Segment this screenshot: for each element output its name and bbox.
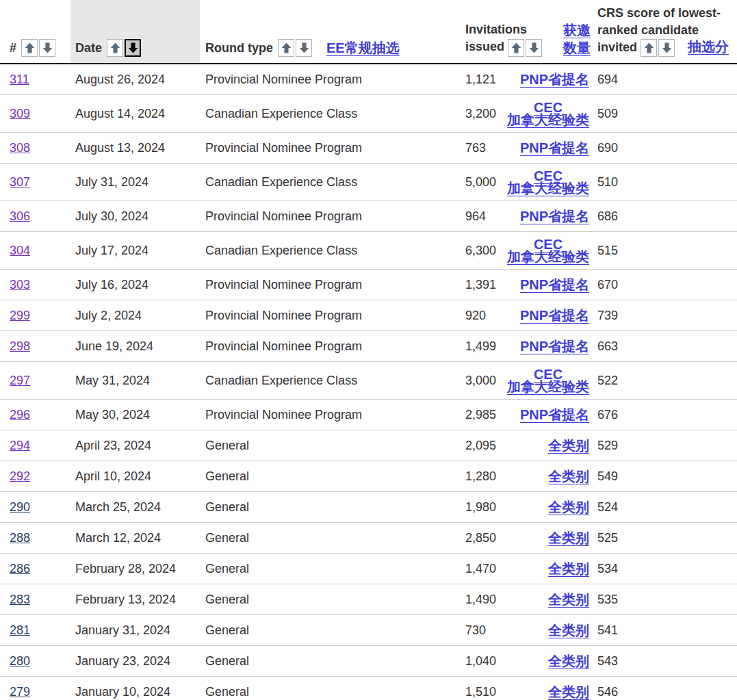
round-type-annotation-zh: PNP省提名 [520, 409, 589, 421]
round-number-link[interactable]: 286 [10, 562, 30, 575]
crs-score: 670 [593, 270, 737, 300]
sort-ascending-button[interactable] [21, 39, 38, 57]
round-number-link[interactable]: 306 [10, 209, 30, 223]
round-type-annotation-zh: 全类别 [548, 439, 589, 452]
invitations-cell: 3,000 CEC 加拿大经验类 [460, 362, 593, 400]
invitations-cell: 1,040 全类别 [460, 646, 593, 677]
invitations-value: 2,850 [465, 529, 496, 547]
invitations-cell: 964 PNP省提名 [460, 201, 593, 232]
invitations-cell: 2,850 全类别 [460, 523, 593, 554]
round-number-link[interactable]: 297 [10, 374, 30, 387]
crs-score: 686 [593, 201, 737, 232]
crs-score: 525 [593, 523, 737, 554]
round-number-link[interactable]: 311 [10, 73, 29, 86]
arrow-up-icon [511, 42, 521, 53]
round-number-link[interactable]: 309 [10, 107, 30, 120]
round-number-link[interactable]: 292 [10, 469, 30, 483]
invitations-header-annotation-zh: 获邀 数量 [563, 21, 591, 57]
round-date: July 16, 2024 [70, 270, 200, 300]
round-date: June 19, 2024 [70, 331, 200, 362]
round-number-link[interactable]: 296 [10, 408, 30, 422]
invitations-cell: 1,280 全类别 [460, 461, 593, 492]
round-date: January 10, 2024 [70, 677, 200, 700]
round-type: Canadian Experience Class [200, 95, 460, 133]
arrow-down-icon [529, 42, 539, 53]
round-number-link[interactable]: 298 [10, 339, 30, 353]
invitations-value: 2,095 [465, 437, 496, 454]
table-row: 308 August 13, 2024 Provincial Nominee P… [0, 133, 737, 164]
sort-ascending-button[interactable] [107, 39, 123, 57]
table-row: 296 May 30, 2024 Provincial Nominee Prog… [0, 400, 737, 430]
sort-descending-button[interactable] [39, 39, 55, 57]
round-number-link[interactable]: 307 [10, 175, 30, 189]
column-label-number: # [10, 40, 16, 57]
round-date: May 31, 2024 [70, 362, 200, 400]
table-row: 311 August 26, 2024 Provincial Nominee P… [0, 64, 737, 95]
round-type-annotation-zh: PNP省提名 [520, 340, 589, 352]
invitations-value: 5,000 [465, 173, 496, 191]
sort-descending-button[interactable] [526, 39, 542, 57]
sort-ascending-button[interactable] [508, 39, 524, 57]
round-number-link[interactable]: 281 [10, 623, 30, 637]
round-type: General [200, 615, 460, 646]
invitations-cell: 1,980 全类别 [460, 492, 593, 523]
round-number-link[interactable]: 304 [10, 244, 30, 257]
invitations-value: 763 [465, 139, 486, 157]
arrow-up-icon [110, 42, 120, 53]
round-type: General [200, 523, 460, 554]
table-row: 288 March 12, 2024 General 2,850 全类别 525 [0, 523, 737, 554]
round-date: April 23, 2024 [70, 430, 200, 461]
column-label-round-type: Round type [205, 40, 273, 57]
sort-descending-button[interactable] [296, 39, 312, 57]
round-number-link[interactable]: 308 [10, 141, 30, 155]
table-row: 303 July 16, 2024 Provincial Nominee Pro… [0, 270, 737, 300]
sort-descending-button-active[interactable] [125, 39, 141, 57]
invitations-cell: 2,985 PNP省提名 [460, 400, 593, 430]
round-date: August 26, 2024 [70, 64, 200, 95]
invitations-cell: 1,499 PNP省提名 [460, 331, 593, 362]
round-number-link[interactable]: 290 [10, 500, 30, 514]
table-row: 307 July 31, 2024 Canadian Experience Cl… [0, 164, 737, 201]
arrow-up-icon [281, 42, 292, 53]
table-row: 281 January 31, 2024 General 730 全类别 541 [0, 615, 737, 646]
round-type-annotation-zh: 全类别 [548, 593, 589, 606]
column-header-crs-score: CRS score of lowest-ranked candidate inv… [593, 0, 737, 64]
round-number-link[interactable]: 288 [10, 531, 30, 545]
round-type-annotation-zh: 全类别 [548, 470, 589, 482]
sort-ascending-button[interactable] [278, 39, 294, 57]
sort-ascending-button[interactable] [641, 39, 657, 57]
table-row: 283 February 13, 2024 General 1,490 全类别 … [0, 584, 737, 615]
invitations-cell: 5,000 CEC 加拿大经验类 [460, 164, 593, 201]
sort-descending-button[interactable] [658, 39, 675, 57]
arrow-down-icon [662, 42, 672, 53]
crs-score: 510 [593, 164, 737, 201]
round-type-annotation-zh: 全类别 [548, 686, 589, 698]
invitations-value: 964 [465, 207, 486, 225]
invitations-value: 3,000 [465, 372, 496, 389]
crs-score: 515 [593, 232, 737, 270]
round-number-link[interactable]: 299 [10, 309, 30, 322]
round-number-link[interactable]: 303 [10, 278, 30, 291]
round-type-annotation-zh: 全类别 [548, 624, 589, 636]
round-type-annotation-zh: PNP省提名 [520, 309, 589, 322]
round-type: Provincial Nominee Program [200, 400, 460, 430]
crs-score: 509 [593, 95, 737, 133]
crs-score: 546 [593, 677, 737, 700]
crs-score: 534 [593, 554, 737, 584]
invitations-cell: 730 全类别 [460, 615, 593, 646]
round-number-link[interactable]: 279 [10, 685, 30, 699]
round-date: July 2, 2024 [70, 300, 200, 331]
crs-score: 541 [593, 615, 737, 646]
round-type: General [200, 430, 460, 461]
round-date: July 31, 2024 [70, 164, 200, 201]
round-number-link[interactable]: 280 [10, 654, 30, 668]
round-number-link[interactable]: 294 [10, 439, 30, 452]
invitations-cell: 1,470 全类别 [460, 554, 593, 584]
round-type: Canadian Experience Class [200, 362, 460, 400]
round-date: February 13, 2024 [70, 584, 200, 615]
round-number-link[interactable]: 283 [10, 593, 30, 606]
round-date: March 25, 2024 [70, 492, 200, 523]
invitations-value: 1,040 [465, 652, 496, 670]
invitations-cell: 763 PNP省提名 [460, 133, 593, 164]
invitations-cell: 2,095 全类别 [460, 430, 593, 461]
